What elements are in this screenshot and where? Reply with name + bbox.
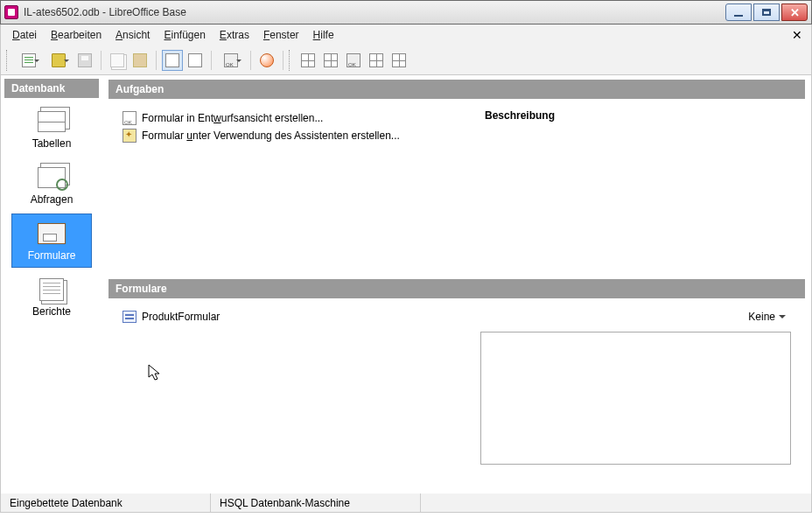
form-item-icon: [122, 311, 136, 323]
save-icon: [78, 53, 92, 67]
preview-box: [480, 332, 791, 465]
new-form-button[interactable]: [343, 50, 364, 71]
sidebar-item-reports[interactable]: Berichte: [11, 270, 92, 324]
menu-datei[interactable]: Datei: [6, 27, 43, 43]
toolbar-grip[interactable]: [289, 50, 292, 71]
tables-icon: [38, 111, 66, 132]
menu-bar: Datei Bearbeiten Ansicht Einfügen Extras…: [0, 24, 812, 46]
sidebar-header: Datenbank: [4, 79, 99, 98]
form-list-item[interactable]: ProduktFormular: [122, 311, 220, 323]
separator: [211, 51, 212, 70]
sidebar-item-label: Abfragen: [31, 193, 74, 206]
document-icon: [22, 53, 36, 67]
close-button[interactable]: ✕: [781, 4, 808, 21]
window-title: IL-ates6502.odb - LibreOffice Base: [24, 6, 725, 18]
paste-button[interactable]: [130, 50, 150, 71]
sidebar-item-forms[interactable]: Formulare: [11, 214, 92, 268]
table-icon: [301, 53, 315, 67]
copy-icon: [110, 53, 124, 67]
status-bar: Eingebettete Datenbank HSQL Datenbank-Ma…: [0, 494, 812, 513]
form-design-icon: [122, 111, 136, 125]
queries-icon: [38, 167, 66, 188]
forms-panel: Formulare ProduktFormular Keine: [108, 278, 806, 490]
new-report-button[interactable]: [366, 50, 387, 71]
new-table-button[interactable]: [298, 50, 318, 71]
forms-icon: [38, 223, 66, 244]
database-sidebar: Datenbank Tabellen Abfragen Formulare Be…: [1, 75, 104, 494]
close-document-button[interactable]: ✕: [788, 28, 806, 42]
sidebar-item-queries[interactable]: Abfragen: [11, 158, 92, 212]
title-bar: IL-ates6502.odb - LibreOffice Base ✕: [0, 0, 812, 24]
save-button[interactable]: [74, 50, 95, 71]
sort-asc-button[interactable]: [162, 50, 183, 71]
menu-ansicht[interactable]: Ansicht: [109, 27, 156, 43]
folder-icon: [52, 53, 66, 67]
task-label: Formular unter Verwendung des Assistente…: [142, 130, 400, 142]
help-icon: [260, 53, 274, 67]
status-engine: HSQL Datenbank-Maschine: [211, 494, 421, 512]
description-panel: Beschreibung: [485, 109, 791, 260]
tasks-header: Aufgaben: [108, 80, 805, 99]
view-icon: [392, 53, 406, 67]
paste-icon: [133, 53, 147, 67]
reports-icon: [39, 278, 64, 301]
status-embedded: Eingebettete Datenbank: [1, 494, 211, 512]
sidebar-item-tables[interactable]: Tabellen: [11, 102, 92, 156]
preview-mode-select[interactable]: Keine: [743, 309, 791, 325]
separator: [283, 51, 284, 70]
minimize-button[interactable]: [725, 4, 752, 21]
sidebar-item-label: Tabellen: [32, 137, 72, 150]
sort-desc-icon: [188, 53, 202, 67]
copy-button[interactable]: [107, 50, 128, 71]
app-icon: [4, 5, 18, 19]
toolbar: [0, 46, 812, 75]
sort-desc-button[interactable]: [185, 50, 206, 71]
form-item-label: ProduktFormular: [142, 311, 220, 323]
toolbar-grip[interactable]: [6, 50, 10, 71]
separator: [101, 51, 102, 70]
menu-extras[interactable]: Extras: [214, 27, 256, 43]
query-icon: [324, 53, 338, 67]
task-create-form-design[interactable]: Formular in Entwurfsansicht erstellen...: [122, 109, 464, 127]
sort-asc-icon: [165, 53, 179, 67]
separator: [250, 51, 251, 70]
maximize-button[interactable]: [753, 4, 780, 21]
new-query-button[interactable]: [320, 50, 341, 71]
forms-header: Formulare: [108, 279, 805, 298]
task-label: Formular in Entwurfsansicht erstellen...: [142, 112, 323, 124]
separator: [156, 51, 157, 70]
help-button[interactable]: [256, 50, 277, 71]
form-icon: [224, 53, 238, 67]
form-button[interactable]: [217, 50, 245, 71]
menu-hilfe[interactable]: Hilfe: [307, 27, 340, 43]
sidebar-item-label: Berichte: [32, 305, 71, 318]
content-area: Aufgaben Formular in Entwurfsansicht ers…: [104, 75, 811, 494]
tasks-panel: Aufgaben Formular in Entwurfsansicht ers…: [108, 79, 806, 273]
menu-einfuegen[interactable]: Einfügen: [158, 27, 211, 43]
preview-mode-label: Keine: [748, 311, 775, 323]
new-document-button[interactable]: [15, 50, 43, 71]
open-button[interactable]: [45, 50, 73, 71]
report-icon: [369, 53, 383, 67]
task-list: Formular in Entwurfsansicht erstellen...…: [122, 109, 464, 260]
main-area: Datenbank Tabellen Abfragen Formulare Be…: [0, 75, 812, 494]
sidebar-item-label: Formulare: [28, 249, 76, 262]
menu-bearbeiten[interactable]: Bearbeiten: [45, 27, 108, 43]
form-wizard-icon: [122, 129, 136, 143]
menu-fenster[interactable]: Fenster: [257, 27, 305, 43]
description-label: Beschreibung: [485, 109, 791, 122]
task-create-form-wizard[interactable]: Formular unter Verwendung des Assistente…: [122, 127, 464, 144]
form-icon: [346, 53, 360, 67]
new-view-button[interactable]: [388, 50, 410, 71]
